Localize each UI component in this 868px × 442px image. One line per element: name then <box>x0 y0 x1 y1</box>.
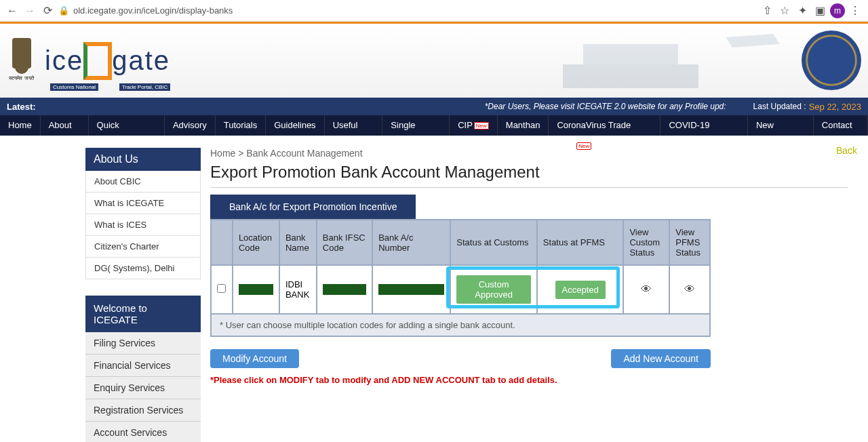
svg-rect-3 <box>583 44 678 64</box>
logo-square-icon <box>83 42 112 80</box>
site-logo[interactable]: ice gate <box>45 42 170 80</box>
nav-item[interactable]: New Initiatives <box>748 115 814 136</box>
column-header: Bank Name <box>279 220 317 265</box>
column-header <box>211 220 233 265</box>
profile-avatar[interactable]: m <box>830 3 845 18</box>
account-number-redacted <box>378 284 444 295</box>
sidebar-item[interactable]: Filing Services <box>85 332 201 355</box>
breadcrumb-current: Bank Account Management <box>246 148 362 159</box>
logo-sub1: Customs National <box>50 83 98 91</box>
latest-ticker[interactable]: *Dear Users, Please visit ICEGATE 2.0 we… <box>36 102 753 111</box>
lock-icon: 🔒 <box>58 5 69 16</box>
nav-item[interactable]: Useful Links <box>325 115 383 136</box>
new-badge: New <box>474 122 489 129</box>
sidebar: About Us About CBICWhat is ICEGATEWhat i… <box>85 148 201 442</box>
row-checkbox[interactable] <box>217 284 226 293</box>
latest-bar: Latest: *Dear Users, Please visit ICEGAT… <box>0 98 868 115</box>
tab-bar: Bank A/c for Export Promotion Incentive <box>210 195 848 219</box>
nav-item[interactable]: Tutorials <box>216 115 266 136</box>
svg-rect-2 <box>563 64 698 88</box>
logo-text-gate: gate <box>112 45 170 76</box>
sidebar-item[interactable]: Financial Services <box>85 355 201 377</box>
status-pfms-badge: Accepted <box>555 281 606 299</box>
table-note: * User can choose multiple location code… <box>210 315 711 337</box>
column-header: Location Code <box>233 220 279 265</box>
main-nav: HomeAbout UsQuick InformationAdvisoryTut… <box>0 115 868 136</box>
extensions-icon[interactable]: ✦ <box>795 3 810 18</box>
status-customs-badge: Custom Approved <box>456 275 531 304</box>
nav-item[interactable]: Manthan <box>498 115 549 136</box>
ifsc-redacted <box>323 284 366 295</box>
last-updated-date: Sep 22, 2023 <box>809 102 861 112</box>
nav-item[interactable]: Home <box>0 115 41 136</box>
sidebar-item[interactable]: About CBIC <box>85 171 201 193</box>
view-custom-status-icon[interactable]: 👁 <box>641 283 652 295</box>
latest-label: Latest: <box>7 102 36 112</box>
svg-point-1 <box>15 60 28 74</box>
sidebar-item[interactable]: What is ICES <box>85 214 201 236</box>
star-icon[interactable]: ☆ <box>777 3 792 18</box>
bank-account-table: Location CodeBank NameBank IFSC CodeBank… <box>210 219 711 315</box>
sidebar-item[interactable]: Citizen's Charter <box>85 236 201 258</box>
column-header: Bank IFSC Code <box>317 220 372 265</box>
bank-name-cell: IDBI BANK <box>279 265 317 314</box>
column-header: Bank A/c Number <box>372 220 450 265</box>
sidebar-item[interactable]: Registration Services <box>85 399 201 422</box>
breadcrumb-home[interactable]: Home <box>210 148 235 159</box>
share-icon[interactable]: ⇧ <box>760 3 774 18</box>
emblem-motto: सत्यमेव जयते <box>9 75 34 82</box>
page-title: Export Promotion Bank Account Management <box>210 163 848 188</box>
cbic-emblem <box>802 31 861 90</box>
browser-url-bar[interactable]: 🔒 old.icegate.gov.in/iceLogin/display-ba… <box>58 5 233 16</box>
sidebar-about-header: About Us <box>85 148 201 171</box>
column-header: Status at Customs <box>450 220 537 265</box>
breadcrumb-sep: > <box>238 148 243 159</box>
table-row: IDBI BANK Custom Approved Accepted 👁 👁 <box>211 265 710 314</box>
browser-reload-icon[interactable]: ⟳ <box>41 4 54 18</box>
last-updated-label: Last Updated : <box>753 102 806 111</box>
header-ship-graphic <box>536 31 793 95</box>
browser-chrome: ← → ⟳ 🔒 old.icegate.gov.in/iceLogin/disp… <box>0 0 868 22</box>
nav-item[interactable]: Guidelines <box>266 115 324 136</box>
modify-account-button[interactable]: Modify Account <box>210 349 299 368</box>
warning-text: *Please click on MODIFY tab to modify an… <box>210 375 848 385</box>
tab-export-promotion[interactable]: Bank A/c for Export Promotion Incentive <box>210 195 416 219</box>
nav-item[interactable]: CoronaVirus Trade HelpNew <box>549 115 660 136</box>
logo-text-ice: ice <box>45 45 83 76</box>
action-bar: Modify Account Add New Account <box>210 349 711 368</box>
nav-item[interactable]: Contact Us <box>814 115 868 136</box>
column-header: View PFMS Status <box>669 220 710 265</box>
panel-icon[interactable]: ▣ <box>812 3 827 18</box>
site-header: सत्यमेव जयते ice gate Customs National T… <box>0 22 868 98</box>
browser-forward-icon[interactable]: → <box>23 4 37 18</box>
logo-sub2: Trade Portal, CBIC <box>119 83 170 91</box>
kebab-menu-icon[interactable]: ⋮ <box>848 3 863 18</box>
sidebar-welcome-header: Welcome to ICEGATE <box>85 296 201 332</box>
nav-item[interactable]: About Us <box>41 115 89 136</box>
main-content: Home > Bank Account Management Export Pr… <box>201 148 861 442</box>
browser-back-icon[interactable]: ← <box>5 4 19 18</box>
location-code-redacted <box>239 284 273 295</box>
sidebar-item[interactable]: Account Services <box>85 422 201 442</box>
nav-item[interactable]: COVID-19 Measures <box>660 115 748 136</box>
sidebar-item[interactable]: What is ICEGATE <box>85 193 201 214</box>
national-emblem: सत्यमेव जयते <box>5 35 38 87</box>
nav-item[interactable]: Advisory <box>165 115 216 136</box>
breadcrumb: Home > Bank Account Management <box>210 148 848 159</box>
url-text: old.icegate.gov.in/iceLogin/display-bank… <box>73 5 233 16</box>
sidebar-item[interactable]: Enquiry Services <box>85 377 201 399</box>
column-header: View Custom Status <box>623 220 669 265</box>
sidebar-item[interactable]: DG( Systems), Delhi <box>85 258 201 279</box>
nav-item[interactable]: Single Window <box>382 115 450 136</box>
add-new-account-button[interactable]: Add New Account <box>611 349 711 368</box>
view-pfms-status-icon[interactable]: 👁 <box>684 283 695 295</box>
back-link[interactable]: Back <box>836 145 857 156</box>
nav-item[interactable]: Quick Information <box>89 115 165 136</box>
column-header: Status at PFMS <box>537 220 624 265</box>
nav-item[interactable]: CIPNew <box>450 115 498 136</box>
